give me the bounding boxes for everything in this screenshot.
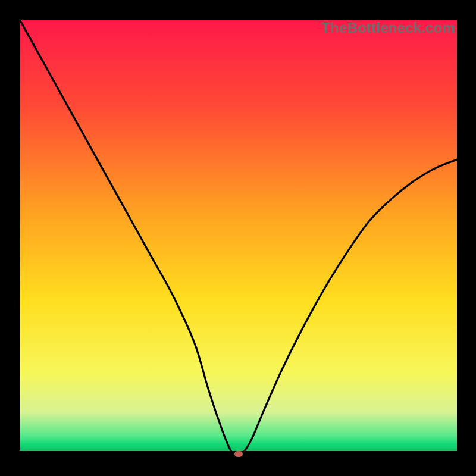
plot-area: TheBottleneck.com [20, 20, 457, 457]
watermark-text: TheBottleneck.com [321, 20, 455, 36]
bottleneck-curve [20, 20, 457, 457]
optimum-marker [234, 451, 243, 457]
chart-frame: TheBottleneck.com [0, 0, 476, 476]
